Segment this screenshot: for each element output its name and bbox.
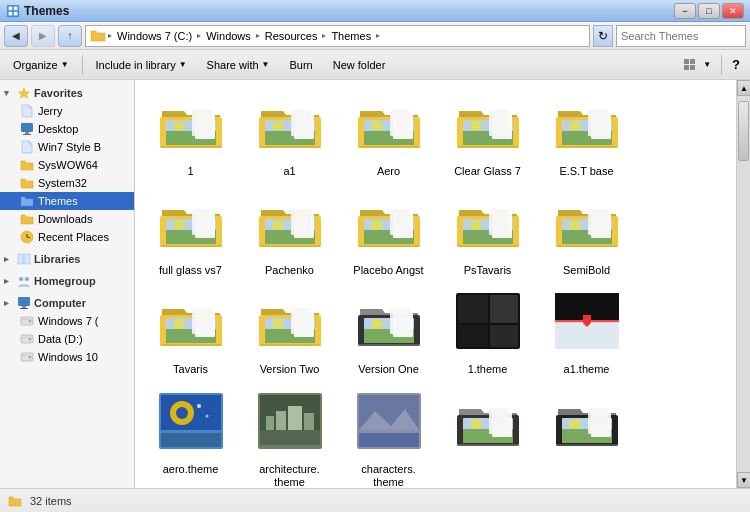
- file-item[interactable]: 1.theme: [440, 286, 535, 381]
- svg-rect-117: [291, 308, 311, 334]
- sidebar-item-desktop[interactable]: Desktop: [0, 120, 134, 138]
- scroll-up-button[interactable]: ▲: [737, 80, 750, 96]
- back-button[interactable]: ◀: [4, 25, 28, 47]
- include-library-arrow: ▼: [179, 60, 187, 69]
- new-folder-button[interactable]: New folder: [324, 53, 395, 77]
- view-options-button[interactable]: ▼: [678, 53, 717, 77]
- svg-rect-87: [358, 245, 420, 247]
- sidebar-item-downloads[interactable]: Downloads: [0, 210, 134, 228]
- folder-icon: [90, 28, 106, 44]
- file-label: characters. theme: [346, 463, 431, 488]
- file-item[interactable]: full glass vs7: [143, 187, 238, 282]
- file-item[interactable]: architecture. theme: [242, 386, 337, 488]
- sidebar-item-recent[interactable]: Recent Places: [0, 228, 134, 246]
- refresh-button[interactable]: ↻: [593, 25, 613, 47]
- close-button[interactable]: ✕: [722, 3, 744, 19]
- file-icon-folder: [157, 93, 225, 161]
- drive-icon: [20, 314, 34, 328]
- file-item[interactable]: Placebo Angst: [341, 187, 436, 282]
- sidebar-item-syswow64[interactable]: SysWOW64: [0, 156, 134, 174]
- file-item[interactable]: Tavaris: [143, 286, 238, 381]
- svg-point-107: [173, 319, 185, 329]
- file-item[interactable]: 1: [143, 88, 238, 183]
- breadcrumb-resources[interactable]: Resources: [262, 29, 321, 43]
- file-icon-folder: [157, 291, 225, 359]
- file-label: full glass vs7: [159, 264, 222, 277]
- breadcrumb-c[interactable]: Windows 7 (C:): [114, 29, 195, 43]
- file-item[interactable]: a1: [242, 88, 337, 183]
- sidebar-item-datadrive[interactable]: Data (D:): [0, 330, 134, 348]
- file-item[interactable]: [440, 386, 535, 488]
- status-folder-icon: [8, 494, 22, 508]
- sidebar-item-win7drive[interactable]: Windows 7 (: [0, 312, 134, 330]
- search-input[interactable]: [621, 30, 750, 42]
- computer-expand-icon: ▸: [4, 298, 14, 308]
- favorites-header[interactable]: ▾ Favorites: [0, 84, 134, 102]
- file-label: PsTavaris: [464, 264, 512, 277]
- scrollbar: ▲ ▼: [736, 80, 750, 488]
- organize-button[interactable]: Organize ▼: [4, 53, 78, 77]
- file-item[interactable]: a1.theme: [539, 286, 634, 381]
- svg-rect-108: [160, 344, 222, 346]
- file-item[interactable]: Clear Glass 7: [440, 88, 535, 183]
- file-icon-folder: [256, 93, 324, 161]
- svg-point-37: [173, 121, 185, 131]
- minimize-button[interactable]: −: [674, 3, 696, 19]
- svg-marker-11: [18, 87, 31, 99]
- computer-header[interactable]: ▸ Computer: [0, 294, 134, 312]
- file-item[interactable]: PsTavaris: [440, 187, 535, 282]
- sidebar-item-system32[interactable]: System32: [0, 174, 134, 192]
- include-library-button[interactable]: Include in library ▼: [87, 53, 196, 77]
- window-icon: [6, 4, 20, 18]
- libraries-header[interactable]: ▸ Libraries: [0, 250, 134, 268]
- file-item[interactable]: Pachenko: [242, 187, 337, 282]
- share-with-arrow: ▼: [262, 60, 270, 69]
- svg-rect-19: [24, 254, 30, 264]
- svg-point-65: [569, 121, 581, 131]
- breadcrumb: ▸ Windows 7 (C:) ▸ Windows ▸ Resources ▸…: [85, 25, 590, 47]
- svg-rect-61: [489, 110, 509, 136]
- svg-rect-45: [259, 146, 321, 148]
- folder4-icon: [20, 194, 34, 208]
- file-item[interactable]: Version One: [341, 286, 436, 381]
- burn-button[interactable]: Burn: [280, 53, 321, 77]
- maximize-button[interactable]: □: [698, 3, 720, 19]
- file-icon-folder_dark2: [553, 391, 621, 459]
- sidebar-item-themes[interactable]: Themes: [0, 192, 134, 210]
- file-item[interactable]: E.S.T base: [539, 88, 634, 183]
- libraries-icon: [17, 252, 31, 266]
- desktop-icon: [20, 122, 34, 136]
- share-with-button[interactable]: Share with ▼: [198, 53, 279, 77]
- svg-rect-40: [192, 110, 212, 136]
- sidebar-item-win10drive[interactable]: Windows 10: [0, 348, 134, 366]
- file-item[interactable]: SemiBold: [539, 187, 634, 282]
- file-item[interactable]: Version Two: [242, 286, 337, 381]
- svg-point-72: [173, 220, 185, 230]
- up-button[interactable]: ↑: [58, 25, 82, 47]
- forward-button[interactable]: ▶: [31, 25, 55, 47]
- file-item[interactable]: characters. theme: [341, 386, 436, 488]
- scroll-thumb[interactable]: [738, 101, 749, 161]
- breadcrumb-themes[interactable]: Themes: [328, 29, 374, 43]
- svg-point-51: [371, 121, 383, 131]
- scroll-down-button[interactable]: ▼: [737, 472, 750, 488]
- breadcrumb-windows[interactable]: Windows: [203, 29, 254, 43]
- svg-rect-144: [266, 416, 274, 430]
- homegroup-section: ▸ Homegroup: [0, 272, 134, 290]
- help-button[interactable]: ?: [726, 53, 746, 77]
- svg-rect-4: [14, 11, 18, 15]
- file-label: Tavaris: [173, 363, 208, 376]
- file-item[interactable]: aero.theme: [143, 386, 238, 488]
- svg-point-114: [272, 319, 284, 329]
- sidebar-item-jerry[interactable]: Jerry: [0, 102, 134, 120]
- file-item[interactable]: [539, 386, 634, 488]
- sidebar-item-win7style[interactable]: Win7 Style B: [0, 138, 134, 156]
- svg-rect-127: [490, 295, 518, 323]
- status-bar: 32 items: [0, 488, 750, 512]
- svg-rect-52: [358, 146, 420, 148]
- svg-rect-128: [458, 325, 488, 347]
- homegroup-header[interactable]: ▸ Homegroup: [0, 272, 134, 290]
- file-label: architecture. theme: [247, 463, 332, 488]
- computer-icon: [17, 296, 31, 310]
- file-item[interactable]: Aero: [341, 88, 436, 183]
